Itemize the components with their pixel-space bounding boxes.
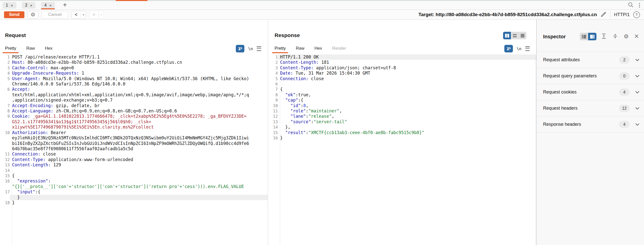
close-tab-icon[interactable]: ×	[49, 4, 52, 7]
columns-layout-button[interactable]	[503, 32, 511, 39]
editor-row: 15 "result":"XMCTF{ccb13ab3-ceee-4bf0-ae…	[268, 130, 536, 135]
http-version-selector[interactable]: HTTP/1	[614, 12, 630, 17]
section-count-badge: 2	[619, 56, 630, 64]
request-editor[interactable]: 1POST /api/release/execute HTTP/1.12Host…	[0, 54, 268, 245]
line-number	[0, 184, 10, 189]
word-wrap-toggle-button[interactable]	[236, 45, 244, 52]
code-line: Authorization: Bearer	[10, 130, 268, 135]
view-tab-pretty[interactable]: Pretty	[275, 46, 286, 51]
inspector-section-request-attributes[interactable]: Request attributes2	[537, 52, 644, 68]
help-icon[interactable]: ?	[633, 11, 640, 18]
repeater-tab-4[interactable]: 4×	[41, 2, 55, 9]
line-number: 11	[268, 108, 278, 114]
code-line: Content-Type: application/x-www-form-url…	[10, 157, 268, 162]
close-tab-icon[interactable]: ×	[11, 4, 13, 7]
code-line: }	[10, 200, 268, 205]
settings-button[interactable]: ⚙	[27, 11, 39, 18]
code-line: Date: Tue, 31 Mar 2026 15:04:30 GMT	[278, 71, 536, 76]
view-tab-pretty[interactable]: Pretty	[5, 46, 16, 51]
inspector-section-request-headers[interactable]: Request headers12	[537, 100, 644, 116]
search-icon[interactable]	[628, 2, 634, 9]
editor-row: 3Content-Type: application/json; charset…	[268, 65, 536, 71]
repeater-tab-1[interactable]: 1×	[3, 2, 16, 9]
view-tab-raw[interactable]: Raw	[296, 46, 304, 51]
line-number	[0, 195, 10, 200]
kebab-menu-icon[interactable]	[639, 3, 640, 8]
code-line: Connection: close	[278, 76, 536, 81]
line-number	[0, 119, 10, 125]
code-line: eyJleHAiOjE3NzQ5NzA5MTc0NzUsImlhdCI6MTc3…	[10, 135, 268, 141]
code-line: biI6InByZXZpZXctbGFuZSIsInJvbGUiOiJndWVz…	[10, 141, 268, 146]
inspector-section-request-cookies[interactable]: Request cookies4	[537, 84, 644, 100]
rows-layout-button[interactable]	[511, 32, 519, 39]
line-number: 15	[268, 130, 278, 135]
code-line: "role":"maintainer",	[278, 108, 536, 114]
forward-dropdown-icon[interactable]: ▾	[99, 13, 104, 16]
inspector-tools: ⚙	[601, 33, 639, 40]
editor-row: 16}	[268, 135, 536, 141]
code-line	[278, 81, 536, 87]
repeater-tab-2[interactable]: 2×	[22, 2, 36, 9]
close-tab-icon[interactable]: ×	[30, 4, 32, 7]
code-line: {	[278, 87, 536, 92]
editor-row: Chrome/146.0.0.0 Safari/537.36 Edg/146.0…	[0, 81, 268, 87]
inspector-section-response-headers[interactable]: Response headers4	[537, 116, 644, 133]
inspector-title: Inspector	[543, 34, 566, 40]
line-number: 2	[268, 60, 278, 65]
dock-left-button[interactable]	[580, 33, 588, 40]
section-count-badge: 4	[619, 121, 630, 128]
wrap-icon	[506, 46, 511, 51]
inspector-settings-icon[interactable]: ⚙	[624, 34, 629, 39]
inspector-section-request-query-parameters[interactable]: Request query parameters0	[537, 68, 644, 84]
section-count-badge: 0	[619, 72, 630, 80]
single-layout-button[interactable]	[519, 32, 526, 39]
editor-row: 17 "input":{	[0, 189, 268, 195]
request-panel: Request PrettyRawHex \n 1POST /api/relea…	[0, 20, 268, 245]
code-line: Host: 80-a08dcd3e-e2bb-4b7d-b859-8251cdd…	[10, 60, 268, 65]
editor-row: 15{	[0, 173, 268, 178]
editor-menu-icon[interactable]	[257, 46, 261, 51]
editor-row: 2Host: 80-a08dcd3e-e2bb-4b7d-b859-8251cd…	[0, 60, 268, 65]
back-button[interactable]: < ▾	[71, 11, 86, 19]
cancel-button[interactable]: Cancel	[42, 11, 68, 18]
close-inspector-icon[interactable]	[634, 34, 639, 40]
line-number	[0, 141, 10, 146]
chevron-down-icon[interactable]	[635, 74, 639, 78]
word-wrap-toggle-button[interactable]	[504, 45, 513, 52]
editor-row: eyJleHAiOjE3NzQ5NzA5MTc0NzUsImlhdCI6MTc3…	[0, 135, 268, 141]
line-number: 16	[268, 135, 278, 141]
edit-target-icon[interactable]	[600, 11, 607, 18]
inspector-sections: Request attributes2Request query paramet…	[537, 52, 644, 133]
view-tab-hex[interactable]: Hex	[45, 46, 52, 51]
expand-all-icon[interactable]	[601, 33, 607, 40]
editor-row: 8 "ok":true,	[268, 92, 536, 98]
chevron-down-icon[interactable]	[635, 122, 639, 127]
back-dropdown-icon[interactable]: ▾	[81, 13, 86, 16]
view-tab-render[interactable]: Render	[332, 46, 346, 51]
view-tab-hex[interactable]: Hex	[314, 46, 322, 51]
line-number: 8	[0, 108, 10, 114]
response-editor[interactable]: 1HTTP/1.1 200 OK2Content-Length: 1813Con…	[268, 54, 536, 245]
show-newlines-toggle[interactable]: \n	[517, 46, 521, 51]
dock-right-button[interactable]	[588, 33, 596, 40]
repeater-window: 1×2×4×+ Send ⚙ Cancel < ▾ > ▾	[0, 0, 644, 245]
scrollbar-track[interactable]	[535, 54, 536, 245]
repeater-tab-strip: 1×2×4×+	[0, 1, 644, 10]
collapse-all-icon[interactable]	[612, 33, 618, 40]
chevron-down-icon[interactable]	[635, 58, 639, 62]
forward-button[interactable]: > ▾	[89, 11, 104, 19]
view-tab-raw[interactable]: Raw	[26, 46, 35, 51]
line-number	[0, 98, 10, 103]
chevron-down-icon[interactable]	[635, 106, 639, 111]
editor-row: 9 "cap":{	[268, 98, 536, 103]
section-label: Response headers	[543, 122, 619, 127]
tabbar-right-tools	[628, 1, 640, 10]
editor-row: x1iywt%5E1774968790791%5E1%5E1%5En.clari…	[0, 125, 268, 130]
show-newlines-toggle[interactable]: \n	[248, 46, 253, 51]
editor-menu-icon[interactable]	[525, 46, 530, 51]
chevron-down-icon[interactable]	[635, 90, 639, 95]
send-button[interactable]: Send	[4, 11, 24, 18]
new-tab-button[interactable]: +	[63, 2, 67, 8]
line-number: 9	[0, 114, 10, 119]
editor-row: 6	[268, 81, 536, 87]
